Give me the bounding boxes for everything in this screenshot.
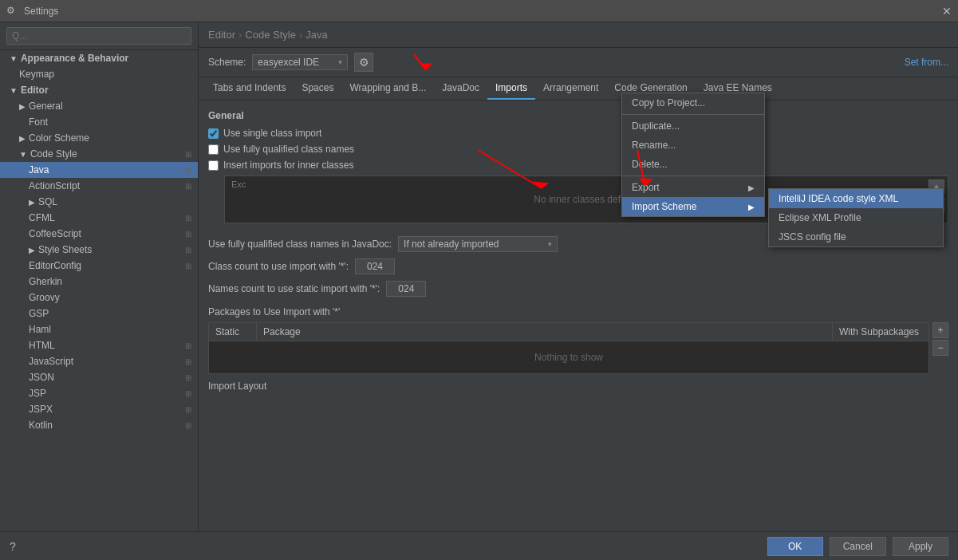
packages-add-btn[interactable]: + (932, 322, 948, 338)
content-area: Editor › Code Style › Java Scheme: easye… (199, 22, 958, 531)
sidebar-item-groovy[interactable]: Groovy (0, 290, 198, 306)
fully-qualified-row: Use fully qualified class names (208, 144, 948, 155)
sidebar-item-gherkin[interactable]: Gherkin (0, 274, 198, 290)
javascript-icon: ⊞ (185, 357, 191, 366)
packages-empty-label: Nothing to show (209, 341, 928, 373)
json-icon: ⊞ (185, 373, 191, 382)
submenu-item-label: IntelliJ IDEA code style XML (779, 193, 898, 204)
close-button[interactable]: ✕ (942, 5, 952, 18)
sidebar-item-sql[interactable]: ▶ SQL (0, 194, 198, 210)
th-subpackages: With Subpackages (833, 323, 928, 341)
sidebar-item-java[interactable]: Java ⊞ (0, 162, 198, 178)
names-count-label: Names count to use static import with '*… (208, 283, 380, 294)
tab-tabs-indents[interactable]: Tabs and Indents (205, 77, 294, 100)
submenu-item-intellij-xml[interactable]: IntelliJ IDEA code style XML (769, 189, 943, 208)
class-count-label: Class count to use import with '*': (208, 261, 349, 272)
tab-javadoc[interactable]: JavaDoc (434, 77, 487, 100)
names-count-input[interactable] (386, 281, 426, 297)
menu-item-export[interactable]: Export ▶ (622, 178, 764, 197)
sidebar-item-actionscript[interactable]: ActionScript ⊞ (0, 178, 198, 194)
insert-imports-inner-checkbox[interactable] (208, 160, 219, 171)
scheme-row: Scheme: easyexcel IDE ⚙ Set from... (199, 48, 958, 77)
html-icon: ⊞ (185, 341, 191, 350)
single-class-import-checkbox[interactable] (208, 128, 219, 139)
cfml-icon: ⊞ (185, 214, 191, 223)
search-input[interactable] (6, 27, 191, 45)
packages-toolbar: Static Package With Subpackages Nothing … (208, 322, 948, 374)
scheme-select-wrapper: easyexcel IDE (252, 54, 348, 70)
menu-item-copy-to-project[interactable]: Copy to Project... (622, 93, 764, 112)
sidebar-item-appearance-behavior[interactable]: ▼ Appearance & Behavior (0, 50, 198, 66)
coffeescript-icon: ⊞ (185, 230, 191, 239)
scheme-gear-button[interactable]: ⚙ (354, 53, 373, 72)
sidebar-item-editorconfig[interactable]: EditorConfig ⊞ (0, 258, 198, 274)
ok-button[interactable]: OK (767, 537, 823, 556)
context-menu: Copy to Project... Duplicate... Rename..… (621, 93, 765, 217)
sidebar-item-general[interactable]: ▶ General (0, 98, 198, 114)
menu-item-rename[interactable]: Rename... (622, 136, 764, 155)
javadoc-select-wrapper: If not already imported Always Never (398, 236, 558, 252)
tab-arrangement[interactable]: Arrangement (535, 77, 606, 100)
packages-table: Static Package With Subpackages Nothing … (208, 322, 929, 374)
submenu: IntelliJ IDEA code style XML Eclipse XML… (768, 188, 944, 247)
javadoc-select[interactable]: If not already imported Always Never (398, 236, 558, 252)
menu-item-label: Export (632, 182, 660, 193)
breadcrumb-code-style: Code Style (245, 29, 296, 41)
menu-item-import-scheme[interactable]: Import Scheme ▶ (622, 197, 764, 216)
sidebar-item-label: Code Style (30, 148, 77, 160)
menu-item-delete[interactable]: Delete... (622, 155, 764, 174)
menu-item-label: Duplicate... (632, 120, 680, 132)
tab-wrapping[interactable]: Wrapping and B... (341, 77, 434, 100)
sidebar-item-font[interactable]: Font (0, 114, 198, 130)
breadcrumb: Editor › Code Style › Java (199, 22, 958, 48)
tabs-bar: Tabs and Indents Spaces Wrapping and B..… (199, 77, 958, 101)
sidebar-item-editor[interactable]: ▼ Editor (0, 82, 198, 98)
sidebar-item-keymap[interactable]: Keymap (0, 66, 198, 82)
sidebar-item-label: CoffeeScript (29, 228, 81, 239)
packages-remove-btn[interactable]: − (932, 340, 948, 356)
menu-item-duplicate[interactable]: Duplicate... (622, 116, 764, 136)
sidebar-item-kotlin[interactable]: Kotlin ⊞ (0, 417, 198, 433)
code-style-icon: ⊞ (185, 150, 191, 159)
tab-imports[interactable]: Imports (487, 77, 535, 100)
sidebar-item-code-style[interactable]: ▼ Code Style ⊞ (0, 146, 198, 162)
fully-qualified-label: Use fully qualified class names (223, 144, 354, 155)
sidebar-item-jspx[interactable]: JSPX ⊞ (0, 401, 198, 417)
set-from-link[interactable]: Set from... (905, 57, 948, 68)
sidebar-item-label: Style Sheets (38, 244, 92, 255)
menu-divider2 (622, 175, 764, 176)
sidebar-item-jsp[interactable]: JSP ⊞ (0, 385, 198, 401)
sidebar-item-javascript[interactable]: JavaScript ⊞ (0, 353, 198, 369)
submenu-arrow2: ▶ (748, 203, 755, 211)
packages-table-header: Static Package With Subpackages (209, 323, 928, 341)
submenu-item-jscs[interactable]: JSCS config file (769, 227, 943, 246)
class-count-input[interactable] (355, 258, 395, 274)
sidebar-item-style-sheets[interactable]: ▶ Style Sheets ⊞ (0, 242, 198, 258)
fully-qualified-checkbox[interactable] (208, 144, 219, 155)
expand-arrow: ▼ (10, 86, 18, 95)
tab-spaces[interactable]: Spaces (294, 77, 341, 100)
sidebar-item-label: General (29, 101, 63, 112)
sidebar-item-label: JSON (29, 372, 54, 383)
window-title: Settings (24, 6, 942, 17)
sidebar-item-coffeescript[interactable]: CoffeeScript ⊞ (0, 226, 198, 242)
sidebar-item-label: Gherkin (29, 276, 62, 287)
sidebar-item-label: Editor (21, 85, 49, 96)
sidebar-item-json[interactable]: JSON ⊞ (0, 369, 198, 385)
sidebar-item-gsp[interactable]: GSP (0, 306, 198, 321)
apply-button[interactable]: Apply (893, 537, 948, 556)
submenu-item-eclipse-xml[interactable]: Eclipse XML Profile (769, 208, 943, 227)
sidebar-item-label: JSP (29, 388, 46, 399)
sidebar-item-html[interactable]: HTML ⊞ (0, 337, 198, 353)
scheme-select[interactable]: easyexcel IDE (252, 54, 348, 70)
style-sheets-icon: ⊞ (185, 246, 191, 254)
sidebar-item-cfml[interactable]: CFML ⊞ (0, 210, 198, 226)
bottom-bar: ? OK Cancel Apply (0, 531, 958, 560)
sidebar-item-color-scheme[interactable]: ▶ Color Scheme (0, 130, 198, 146)
menu-item-label: Import Scheme (632, 201, 696, 212)
insert-imports-inner-label: Insert imports for inner classes (223, 160, 353, 171)
sidebar-item-haml[interactable]: Haml (0, 321, 198, 337)
help-button[interactable]: ? (10, 540, 16, 553)
main-container: ▼ Appearance & Behavior Keymap ▼ Editor … (0, 22, 958, 531)
cancel-button[interactable]: Cancel (830, 537, 886, 556)
